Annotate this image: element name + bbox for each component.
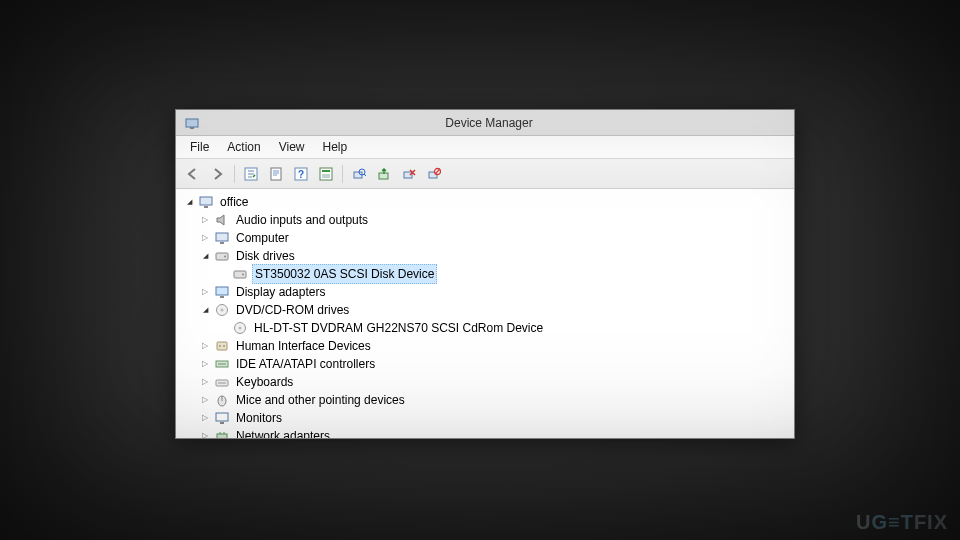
titlebar: Device Manager xyxy=(176,110,794,136)
tree-item-label: Display adapters xyxy=(234,283,327,301)
chevron-down-icon[interactable] xyxy=(200,251,210,261)
svg-point-21 xyxy=(242,274,244,276)
no-caret xyxy=(218,323,228,333)
mouse-icon xyxy=(214,392,230,408)
monitor-icon xyxy=(214,410,230,426)
svg-point-30 xyxy=(223,345,225,347)
back-button[interactable] xyxy=(182,163,204,185)
tree-item-network[interactable]: Network adapters xyxy=(182,427,794,438)
chevron-right-icon[interactable] xyxy=(200,215,210,225)
tree-item-label: Mice and other pointing devices xyxy=(234,391,407,409)
svg-rect-20 xyxy=(234,271,246,278)
disable-device-button[interactable] xyxy=(423,163,445,185)
tree-item-monitors[interactable]: Monitors xyxy=(182,409,794,427)
chevron-right-icon[interactable] xyxy=(200,359,210,369)
svg-rect-18 xyxy=(216,253,228,260)
tree-item-mice[interactable]: Mice and other pointing devices xyxy=(182,391,794,409)
tree-item-audio[interactable]: Audio inputs and outputs xyxy=(182,211,794,229)
svg-rect-17 xyxy=(220,242,224,244)
svg-rect-7 xyxy=(322,170,330,172)
chevron-down-icon[interactable] xyxy=(200,305,210,315)
tree-item-label: IDE ATA/ATAPI controllers xyxy=(234,355,377,373)
svg-rect-0 xyxy=(186,119,198,127)
keyboard-icon xyxy=(214,374,230,390)
tree-item-keyboards[interactable]: Keyboards xyxy=(182,373,794,391)
tree-root-label: office xyxy=(218,193,250,211)
svg-rect-28 xyxy=(217,342,227,350)
disk-icon xyxy=(232,266,248,282)
svg-rect-22 xyxy=(216,287,228,295)
tree-item-label: ST350032 0AS SCSI Disk Device xyxy=(252,264,437,284)
svg-rect-16 xyxy=(216,233,228,241)
network-icon xyxy=(214,428,230,438)
tree-item-computer[interactable]: Computer xyxy=(182,229,794,247)
tree-item-ide[interactable]: IDE ATA/ATAPI controllers xyxy=(182,355,794,373)
svg-rect-3 xyxy=(271,168,281,180)
no-caret xyxy=(218,269,228,279)
chevron-right-icon[interactable] xyxy=(200,431,210,438)
chevron-right-icon[interactable] xyxy=(200,395,210,405)
update-driver-button[interactable] xyxy=(373,163,395,185)
svg-rect-34 xyxy=(216,413,228,421)
svg-point-25 xyxy=(221,309,224,312)
svg-rect-23 xyxy=(220,296,224,298)
toolbar: ? xyxy=(176,159,794,189)
tree-item-disk-drives[interactable]: Disk drives xyxy=(182,247,794,265)
dvd-icon xyxy=(214,302,230,318)
chevron-right-icon[interactable] xyxy=(200,377,210,387)
menu-action[interactable]: Action xyxy=(219,138,268,156)
properties-button[interactable] xyxy=(265,163,287,185)
toolbar-separator xyxy=(342,165,343,183)
chevron-right-icon[interactable] xyxy=(200,233,210,243)
chevron-down-icon[interactable] xyxy=(184,197,194,207)
tree-item-label: Computer xyxy=(234,229,291,247)
tree-item-label: DVD/CD-ROM drives xyxy=(234,301,351,319)
tree-root[interactable]: office xyxy=(182,193,794,211)
menu-view[interactable]: View xyxy=(271,138,313,156)
showhide-tree-button[interactable] xyxy=(240,163,262,185)
window-title: Device Manager xyxy=(210,116,788,130)
chevron-right-icon[interactable] xyxy=(200,341,210,351)
app-icon xyxy=(184,115,200,131)
svg-rect-35 xyxy=(220,422,224,424)
toolbar-separator xyxy=(234,165,235,183)
tree-item-dvd-drives[interactable]: DVD/CD-ROM drives xyxy=(182,301,794,319)
menubar: File Action View Help xyxy=(176,136,794,159)
ide-icon xyxy=(214,356,230,372)
svg-rect-6 xyxy=(320,168,332,180)
svg-rect-14 xyxy=(200,197,212,205)
svg-text:?: ? xyxy=(298,169,304,180)
svg-rect-1 xyxy=(190,127,194,129)
tree-item-label: Disk drives xyxy=(234,247,297,265)
tree-item-label: Human Interface Devices xyxy=(234,337,373,355)
tree-item-label: Keyboards xyxy=(234,373,295,391)
tree-item-disk-device[interactable]: ST350032 0AS SCSI Disk Device xyxy=(182,265,794,283)
chevron-right-icon[interactable] xyxy=(200,413,210,423)
scan-hardware-button[interactable] xyxy=(348,163,370,185)
tree-item-label: Audio inputs and outputs xyxy=(234,211,370,229)
tree-item-hid[interactable]: Human Interface Devices xyxy=(182,337,794,355)
speaker-icon xyxy=(214,212,230,228)
svg-point-27 xyxy=(239,327,242,330)
tree-item-display-adapters[interactable]: Display adapters xyxy=(182,283,794,301)
uninstall-button[interactable] xyxy=(398,163,420,185)
hid-icon xyxy=(214,338,230,354)
tree-item-label: HL-DT-ST DVDRAM GH22NS70 SCSI CdRom Devi… xyxy=(252,319,545,337)
tree-item-label: Monitors xyxy=(234,409,284,427)
dvd-icon xyxy=(232,320,248,336)
svg-point-29 xyxy=(219,345,221,347)
disk-icon xyxy=(214,248,230,264)
chevron-right-icon[interactable] xyxy=(200,287,210,297)
device-tree[interactable]: office Audio inputs and outputs Computer… xyxy=(176,189,794,438)
device-manager-window: Device Manager File Action View Help ? o… xyxy=(175,109,795,439)
help-button[interactable]: ? xyxy=(290,163,312,185)
tree-item-label: Network adapters xyxy=(234,427,332,438)
tree-item-dvd-device[interactable]: HL-DT-ST DVDRAM GH22NS70 SCSI CdRom Devi… xyxy=(182,319,794,337)
menu-help[interactable]: Help xyxy=(315,138,356,156)
computer-icon xyxy=(214,230,230,246)
computer-icon xyxy=(198,194,214,210)
menu-file[interactable]: File xyxy=(182,138,217,156)
svg-rect-36 xyxy=(217,434,227,438)
events-button[interactable] xyxy=(315,163,337,185)
forward-button[interactable] xyxy=(207,163,229,185)
